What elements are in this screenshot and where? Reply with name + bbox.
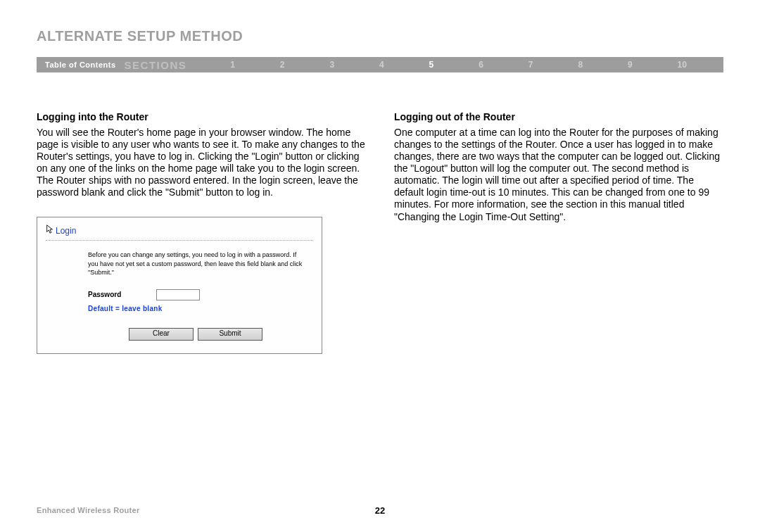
divider	[46, 240, 313, 241]
login-panel: Login Before you can change any settings…	[37, 217, 322, 353]
right-column: Logging out of the Router One computer a…	[394, 111, 723, 354]
body-logging-in: You will see the Router's home page in y…	[37, 127, 366, 198]
nav-section-2[interactable]: 2	[280, 60, 285, 70]
nav-section-1[interactable]: 1	[230, 60, 235, 70]
heading-logging-out: Logging out of the Router	[394, 111, 723, 122]
nav-section-10[interactable]: 10	[678, 60, 687, 70]
password-label: Password	[88, 291, 121, 298]
heading-logging-in: Logging into the Router	[37, 111, 366, 122]
nav-sections-label: SECTIONS	[125, 59, 208, 71]
left-column: Logging into the Router You will see the…	[37, 111, 366, 354]
nav-section-numbers: 12345678910	[208, 60, 723, 70]
body-logging-out: One computer at a time can log into the …	[394, 127, 723, 223]
section-nav-bar: Table of Contents SECTIONS 12345678910	[37, 57, 723, 72]
cursor-icon	[46, 224, 54, 237]
nav-section-8[interactable]: 8	[578, 60, 583, 70]
nav-section-3[interactable]: 3	[329, 60, 334, 70]
password-default-hint: Default = leave blank	[88, 305, 308, 312]
nav-section-9[interactable]: 9	[628, 60, 633, 70]
submit-button[interactable]: Submit	[198, 328, 262, 341]
nav-section-5[interactable]: 5	[429, 60, 434, 70]
nav-section-6[interactable]: 6	[479, 60, 483, 70]
clear-button[interactable]: Clear	[129, 328, 194, 341]
nav-section-7[interactable]: 7	[528, 60, 533, 70]
page-footer: Enhanced Wireless Router 22	[37, 506, 723, 514]
login-panel-title: Login	[56, 226, 76, 236]
footer-product-name: Enhanced Wireless Router	[37, 506, 139, 514]
footer-page-number: 22	[375, 505, 385, 516]
page-title: ALTERNATE SETUP METHOD	[37, 28, 723, 44]
password-input[interactable]	[156, 289, 200, 300]
nav-section-4[interactable]: 4	[379, 60, 384, 70]
login-description: Before you can change any settings, you …	[88, 251, 308, 276]
nav-toc-link[interactable]: Table of Contents	[37, 61, 125, 69]
